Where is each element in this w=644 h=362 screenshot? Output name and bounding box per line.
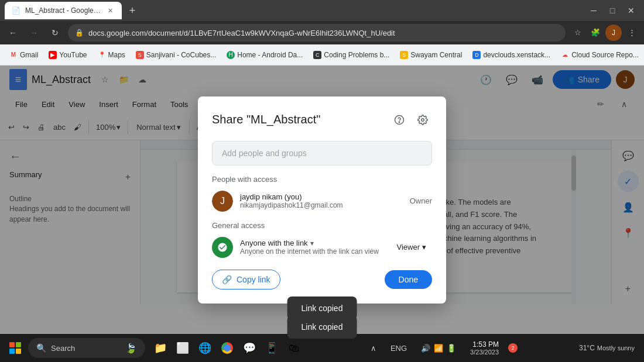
menu-button[interactable]: ⋮: [624, 25, 639, 40]
gmail-icon: M: [9, 51, 18, 59]
bookmark-youtube[interactable]: ▶ YouTube: [44, 49, 91, 61]
youtube-icon: ▶: [49, 51, 57, 59]
bookmark-cloud-source[interactable]: ☁ Cloud Source Repo...: [556, 49, 643, 61]
network-tray[interactable]: ENG: [386, 342, 412, 355]
access-icon: [212, 237, 233, 258]
url-text: docs.google.com/document/d/1LBvE7rtUeaC1…: [88, 29, 559, 37]
window-controls: ─ □ ✕: [585, 2, 639, 19]
browser-chrome: 📄 ML_Abstract - Google Docs ✕ + ─ □ ✕ ← …: [0, 0, 644, 65]
lock-icon: 🔒: [75, 29, 84, 37]
windows-icon: [9, 342, 21, 354]
svg-point-1: [399, 122, 400, 123]
modal-title: Share "ML_Abstract": [212, 113, 320, 126]
modal-footer: 🔗 Copy link Done: [212, 270, 432, 289]
taskbar-right: ∧ ENG 🔊 📶 🔋 1:53 PM 3/23/2023 2: [366, 340, 518, 356]
reload-button[interactable]: ↻: [47, 25, 63, 41]
address-bar: ← → ↻ 🔒 docs.google.com/document/d/1LBvE…: [0, 21, 644, 44]
person-role: Owner: [410, 196, 432, 205]
search-placeholder: Search: [51, 344, 75, 353]
bookmark-coding[interactable]: C Coding Problems b...: [309, 49, 394, 61]
volume-icon: 📶: [434, 344, 443, 353]
start-button[interactable]: [5, 337, 26, 358]
clock-time: 1:53 PM: [472, 340, 499, 349]
wifi-icon: 🔊: [421, 344, 430, 353]
weather-area: 31°C Mostly sunny: [579, 344, 639, 352]
temperature: 31°C: [579, 344, 595, 352]
taskbar-edge[interactable]: 🌐: [194, 337, 215, 358]
taskbar-chrome[interactable]: [217, 337, 238, 358]
tab-bar: 📄 ML_Abstract - Google Docs ✕ + ─ □ ✕: [0, 0, 644, 21]
bookmark-gmail[interactable]: M Gmail: [5, 49, 43, 61]
bookmark-label: Coding Problems b...: [324, 51, 389, 59]
done-label: Done: [399, 275, 418, 284]
new-tab-button[interactable]: +: [124, 2, 141, 19]
bookmark-label: Maps: [108, 51, 125, 59]
clock-area[interactable]: 1:53 PM 3/23/2023: [465, 340, 503, 356]
svg-point-2: [422, 118, 424, 121]
bookmark-devclouds[interactable]: D devclouds.xenstack...: [468, 49, 555, 61]
access-type-label: Anyone with the link: [240, 239, 308, 247]
taskbar-whatsapp[interactable]: 📱: [261, 337, 282, 358]
modal-overlay[interactable]: Share "ML_Abstract": [0, 65, 644, 334]
bookmark-label: Gmail: [20, 51, 38, 59]
back-button[interactable]: ←: [5, 25, 21, 41]
bookmark-label: YouTube: [59, 51, 87, 59]
tab-title: ML_Abstract - Google Docs: [25, 6, 101, 15]
weather-desc: Mostly sunny: [597, 344, 635, 351]
access-row: Anyone with the link ▾ Anyone on the int…: [212, 237, 432, 258]
profile-button[interactable]: J: [605, 25, 622, 41]
bookmark-swayam[interactable]: S Swayam Central: [395, 49, 467, 61]
bookmark-label: Home - Android Da...: [237, 51, 303, 59]
person-avatar: J: [212, 191, 233, 212]
done-button[interactable]: Done: [385, 270, 432, 289]
copy-link-button[interactable]: 🔗 Copy link: [212, 270, 280, 289]
bookmark-button[interactable]: ☆: [570, 25, 585, 40]
access-desc: Anyone on the internet with the link can…: [240, 247, 383, 256]
active-tab[interactable]: 📄 ML_Abstract - Google Docs ✕: [5, 2, 122, 19]
swayam-icon: S: [400, 51, 408, 59]
search-bar[interactable]: 🔍 Search 🍃: [28, 338, 145, 358]
general-access-label: General access: [212, 221, 432, 230]
extensions-button[interactable]: 🧩: [588, 25, 603, 40]
modal-settings-button[interactable]: [413, 111, 432, 129]
url-bar[interactable]: 🔒 docs.google.com/document/d/1LBvE7rtUea…: [68, 24, 566, 42]
taskbar-file-explorer[interactable]: 📁: [150, 337, 171, 358]
system-tray[interactable]: ∧: [366, 342, 381, 355]
share-modal: Share "ML_Abstract": [198, 96, 446, 304]
bookmark-sanjivani[interactable]: S Sanjivani - CoCubes...: [131, 49, 221, 61]
copy-link-icon: 🔗: [222, 275, 232, 284]
sound-tray[interactable]: 🔊 📶 🔋: [416, 342, 461, 355]
close-tab-button[interactable]: ✕: [105, 6, 115, 15]
cloud-source-icon: ☁: [561, 51, 569, 59]
minimize-button[interactable]: ─: [585, 2, 602, 19]
taskbar-messaging[interactable]: 💬: [239, 337, 260, 358]
coding-icon: C: [313, 51, 321, 59]
tray-expand-icon: ∧: [371, 344, 376, 353]
close-window-button[interactable]: ✕: [623, 2, 639, 19]
add-people-input[interactable]: [212, 141, 432, 166]
address-actions: ☆ 🧩 J ⋮: [570, 25, 639, 41]
modal-help-button[interactable]: [390, 111, 409, 129]
general-access-section: General access Anyone with the link ▾ An…: [212, 221, 432, 258]
taskbar-store[interactable]: 🛍: [283, 337, 304, 358]
tab-favicon: 📄: [12, 6, 20, 15]
taskbar-task-view[interactable]: ⬜: [172, 337, 193, 358]
bookmark-home-android[interactable]: H Home - Android Da...: [222, 49, 307, 61]
modal-header: Share "ML_Abstract": [212, 111, 432, 129]
maximize-button[interactable]: □: [604, 2, 621, 19]
bookmark-maps[interactable]: 📍 Maps: [93, 49, 130, 61]
access-info: Anyone with the link ▾ Anyone on the int…: [240, 239, 383, 256]
person-email: nikamjaydipashok11@gmail.com: [240, 201, 403, 209]
notification-badge[interactable]: 2: [508, 343, 518, 353]
battery-icon: 🔋: [447, 344, 456, 353]
forward-button[interactable]: →: [26, 25, 42, 41]
bookmark-label: Sanjivani - CoCubes...: [146, 51, 216, 59]
android-icon: H: [227, 51, 235, 59]
copy-link-label: Copy link: [237, 275, 270, 284]
viewer-dropdown[interactable]: Viewer ▾: [390, 239, 432, 255]
access-type-dropdown[interactable]: Anyone with the link ▾: [240, 239, 383, 247]
search-icon: 🔍: [36, 343, 46, 353]
bookmark-label: Cloud Source Repo...: [571, 51, 639, 59]
bookmark-label: devclouds.xenstack...: [483, 51, 550, 59]
devclouds-icon: D: [472, 51, 481, 59]
